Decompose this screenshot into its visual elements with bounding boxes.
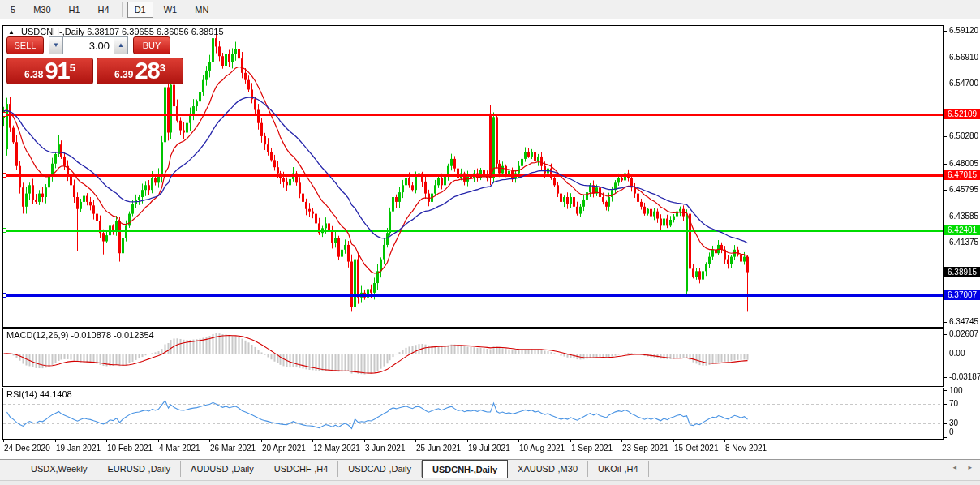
- macd-axis-tick: -0.031872: [949, 372, 980, 381]
- chart-tab-ukoil[interactable]: UKOil-,H4: [588, 461, 649, 477]
- chart-tab-usdcnh[interactable]: USDCNH-,Daily: [422, 460, 508, 478]
- rsi-axis-tick: 100: [949, 386, 963, 395]
- chart-tab-usdchf[interactable]: USDCHF-,H4: [264, 461, 339, 477]
- chart-tab-bar: USDX,WeeklyEURUSD-,DailyAUDUSD-,DailyUSD…: [0, 459, 980, 480]
- price-axis-tick: 6.50280: [949, 131, 978, 140]
- status-bar: [0, 480, 980, 485]
- collapse-panel-arrow-icon[interactable]: ▲: [8, 28, 15, 36]
- macd-axis-tick: 0.02607: [949, 329, 978, 338]
- date-axis-label: 10 Feb 2021: [107, 444, 153, 453]
- buy-price-pips: 28: [135, 59, 159, 83]
- date-axis-label: 15 Oct 2021: [674, 444, 718, 453]
- price-axis-tick: 6.59120: [949, 26, 978, 35]
- chart-tab-usdx[interactable]: USDX,Weekly: [21, 461, 97, 477]
- date-axis-label: 26 Mar 2021: [210, 444, 256, 453]
- rsi-indicator-label: RSI(14) 44.1408: [6, 389, 72, 399]
- buy-price-point: 3: [160, 64, 165, 72]
- macd-indicator-label: MACD(12,26,9) -0.010878 -0.012354: [6, 330, 154, 340]
- rsi-axis-tick: 30: [949, 418, 958, 427]
- level-price-label: 6.47015: [944, 170, 980, 180]
- sell-button[interactable]: SELL: [6, 36, 44, 54]
- level-price-label: 6.42401: [944, 225, 980, 235]
- volume-increase-button[interactable]: ▲: [114, 36, 128, 54]
- price-axis-tick: 6.54700: [949, 79, 978, 88]
- date-axis-label: 25 Jun 2021: [416, 444, 461, 453]
- date-axis-label: 4 Mar 2021: [159, 444, 200, 453]
- date-axis-label: 8 Nov 2021: [725, 444, 767, 453]
- date-axis-label: 19 Jul 2021: [468, 444, 510, 453]
- rsi-axis-tick: 0: [949, 427, 954, 436]
- volume-input[interactable]: [63, 36, 114, 54]
- level-price-label: 6.52109: [944, 109, 980, 119]
- chart-title: ▲ USDCNH-,Daily 6.38107 6.39655 6.36056 …: [8, 27, 224, 36]
- sell-price-point: 5: [70, 64, 75, 72]
- date-axis-label: 20 Apr 2021: [262, 444, 306, 453]
- level-price-label: 6.37007: [944, 290, 980, 300]
- price-axis-tick: 6.41375: [949, 238, 978, 247]
- current-price-label: 6.38915: [944, 267, 980, 277]
- one-click-trading-panel: SELL ▼ ▲ BUY 6.38 91 5 6.39 28 3: [6, 36, 183, 84]
- volume-decrease-button[interactable]: ▼: [49, 36, 63, 54]
- chart-symbol-period: USDCNH-,Daily: [21, 27, 84, 36]
- chart-ohlc-values: 6.38107 6.39655 6.36056 6.38915: [87, 27, 223, 36]
- sell-price-prefix: 6.38: [24, 67, 43, 83]
- macd-axis-tick: 0.00: [949, 349, 965, 358]
- date-axis-label: 19 Jan 2021: [56, 444, 101, 453]
- buy-button[interactable]: BUY: [133, 36, 170, 54]
- price-axis-tick: 6.48005: [949, 159, 978, 168]
- buy-price-prefix: 6.39: [114, 67, 133, 83]
- chart-tab-usdcad[interactable]: USDCAD-,Daily: [338, 461, 422, 477]
- date-axis-label: 23 Sep 2021: [622, 444, 668, 453]
- tab-scroll-arrows[interactable]: ◂ ▸: [952, 463, 977, 471]
- price-axis-tick: 6.45795: [949, 185, 978, 194]
- rsi-axis-tick: 70: [949, 399, 958, 408]
- buy-price-box[interactable]: 6.39 28 3: [97, 58, 183, 84]
- price-axis-tick: 6.34745: [949, 317, 978, 326]
- sell-price-box[interactable]: 6.38 91 5: [6, 58, 93, 84]
- date-axis-label: 3 Jun 2021: [365, 444, 406, 453]
- date-axis-label: 24 Dec 2020: [4, 444, 50, 453]
- sell-price-pips: 91: [45, 59, 69, 83]
- price-axis-tick: 6.56910: [949, 53, 978, 62]
- date-axis-label: 1 Sep 2021: [571, 444, 612, 453]
- date-axis-label: 12 May 2021: [313, 444, 360, 453]
- date-axis-label: 10 Aug 2021: [519, 444, 565, 453]
- price-axis-tick: 6.43585: [949, 212, 978, 221]
- chart-tab-audusd[interactable]: AUDUSD-,Daily: [181, 461, 264, 477]
- chart-tab-xauusd[interactable]: XAUUSD-,M30: [508, 461, 588, 477]
- chart-tab-eurusd[interactable]: EURUSD-,Daily: [97, 461, 181, 477]
- trading-platform-window: 5M30H1H4D1W1MN ▲ USDCNH-,Daily 6.38107 6…: [0, 0, 980, 485]
